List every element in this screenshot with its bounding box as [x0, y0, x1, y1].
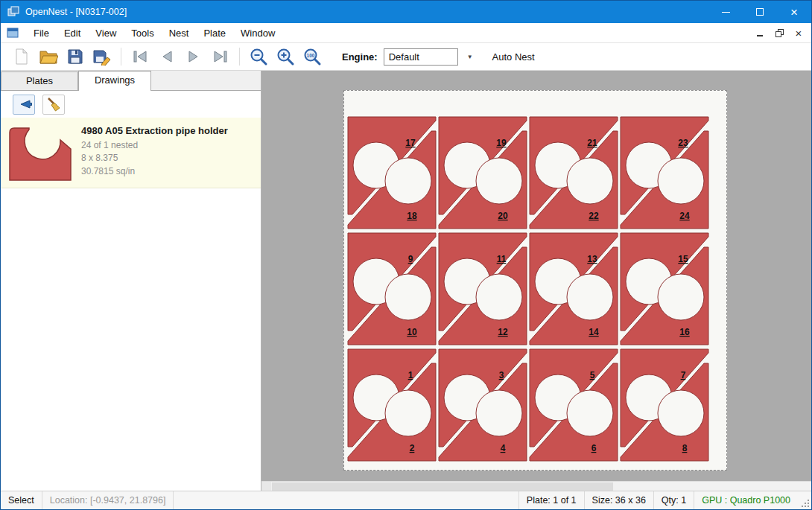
- tab-drawings[interactable]: Drawings: [78, 71, 151, 91]
- plate-svg[interactable]: 171819202122232491011121314151612345678: [344, 91, 726, 470]
- new-file-button[interactable]: [8, 45, 35, 68]
- part-number[interactable]: 10: [407, 327, 417, 337]
- resize-grip-icon: [801, 499, 810, 508]
- zoom-actual-icon: 100: [302, 47, 322, 66]
- part-number[interactable]: 21: [587, 138, 597, 148]
- child-restore-button[interactable]: [770, 25, 789, 41]
- new-document-icon: [13, 48, 30, 66]
- title-bar: OpenNest - [N0317-002] ×: [1, 1, 811, 23]
- part-number[interactable]: 6: [591, 443, 597, 453]
- part-number[interactable]: 4: [501, 443, 506, 453]
- broom-icon: [45, 96, 62, 112]
- toolbar-separator: [239, 48, 240, 66]
- part-number[interactable]: 5: [590, 370, 595, 380]
- status-qty: Qty: 1: [653, 491, 694, 509]
- go-first-button[interactable]: [127, 45, 153, 68]
- menu-tools[interactable]: Tools: [124, 25, 161, 42]
- engine-label: Engine:: [342, 51, 378, 63]
- nest-pair[interactable]: 910: [348, 233, 436, 345]
- menu-nest[interactable]: Nest: [162, 25, 197, 42]
- nest-pair[interactable]: 1718: [348, 117, 436, 229]
- part-number[interactable]: 1: [408, 370, 413, 380]
- drawings-toolbar: [1, 91, 261, 118]
- part-thumbnail: [7, 122, 74, 182]
- go-previous-icon: [158, 48, 176, 66]
- minimize-icon: [722, 12, 730, 13]
- nest-pair[interactable]: 1516: [621, 233, 708, 345]
- part-number[interactable]: 15: [678, 254, 688, 264]
- zoom-out-button[interactable]: [245, 45, 272, 68]
- part-number[interactable]: 7: [681, 370, 686, 380]
- part-number[interactable]: 3: [499, 370, 504, 380]
- child-minimize-icon: [757, 35, 763, 36]
- save-button[interactable]: [62, 45, 89, 68]
- child-close-icon: ×: [796, 28, 802, 39]
- part-number[interactable]: 13: [587, 254, 597, 264]
- nest-pair[interactable]: 78: [621, 349, 708, 461]
- nest-plate[interactable]: 171819202122232491011121314151612345678: [343, 90, 727, 471]
- part-number[interactable]: 24: [679, 211, 690, 221]
- drawing-size: 8 x 8.375: [81, 152, 228, 165]
- nest-pair[interactable]: 1920: [439, 117, 527, 229]
- engine-value: Default: [389, 51, 453, 63]
- menu-edit[interactable]: Edit: [57, 25, 88, 42]
- zoom-actual-button[interactable]: 100: [299, 45, 326, 68]
- scrollbar-thumb[interactable]: [272, 482, 613, 491]
- menu-file[interactable]: File: [26, 25, 57, 42]
- status-mode: Select: [1, 491, 42, 509]
- part-number[interactable]: 17: [405, 138, 416, 148]
- part-number[interactable]: 22: [589, 211, 599, 221]
- go-last-button[interactable]: [207, 45, 234, 68]
- part-number[interactable]: 16: [679, 327, 690, 337]
- nest-pair[interactable]: 34: [439, 349, 527, 461]
- nest-pair[interactable]: 12: [348, 349, 436, 461]
- maximize-button[interactable]: [743, 1, 777, 23]
- save-as-button[interactable]: [89, 45, 115, 68]
- part-number[interactable]: 11: [497, 254, 507, 264]
- part-number[interactable]: 12: [498, 327, 508, 337]
- nest-pair[interactable]: 1112: [439, 233, 527, 345]
- menu-plate[interactable]: Plate: [196, 25, 233, 42]
- clear-drawings-button[interactable]: [42, 95, 65, 115]
- part-number[interactable]: 14: [589, 327, 599, 337]
- pipe-cutout: [658, 274, 704, 320]
- part-number[interactable]: 20: [498, 211, 508, 221]
- drawing-list-item[interactable]: 4980 A05 Extraction pipe holder 24 of 1 …: [1, 118, 261, 188]
- horizontal-scrollbar[interactable]: [261, 481, 811, 491]
- go-previous-button[interactable]: [153, 45, 180, 68]
- auto-nest-button[interactable]: Auto Nest: [486, 48, 541, 66]
- nest-canvas[interactable]: 171819202122232491011121314151612345678: [261, 71, 811, 491]
- status-plate: Plate: 1 of 1: [518, 491, 584, 509]
- part-number[interactable]: 9: [408, 254, 413, 264]
- go-next-button[interactable]: [180, 45, 207, 68]
- import-drawing-button[interactable]: [13, 95, 35, 115]
- nest-pair[interactable]: 56: [530, 349, 618, 461]
- tab-plates[interactable]: Plates: [1, 71, 78, 90]
- scroll-left-button[interactable]: [261, 482, 271, 491]
- menu-window[interactable]: Window: [233, 25, 282, 42]
- child-close-button[interactable]: ×: [789, 25, 808, 41]
- part-number[interactable]: 2: [410, 443, 415, 453]
- part-number[interactable]: 18: [407, 211, 417, 221]
- close-button[interactable]: ×: [777, 1, 811, 23]
- resize-grip[interactable]: [798, 491, 811, 509]
- pipe-cutout: [385, 274, 431, 320]
- tab-strip: Plates Drawings: [1, 71, 261, 91]
- open-file-button[interactable]: [35, 45, 62, 68]
- pipe-cutout: [385, 390, 431, 436]
- zoom-in-button[interactable]: [272, 45, 299, 68]
- part-number[interactable]: 23: [678, 138, 688, 148]
- child-minimize-button[interactable]: [750, 25, 770, 41]
- part-number[interactable]: 19: [496, 138, 507, 148]
- menu-view[interactable]: View: [88, 25, 124, 42]
- part-number[interactable]: 8: [682, 443, 688, 453]
- nest-pair[interactable]: 2122: [530, 117, 618, 229]
- engine-select[interactable]: Default: [384, 48, 458, 66]
- document-icon[interactable]: [7, 28, 19, 38]
- minimize-button[interactable]: [708, 1, 743, 23]
- tab-drawings-label: Drawings: [95, 74, 135, 86]
- nest-pair[interactable]: 1314: [530, 233, 618, 345]
- drawing-nested-count: 24 of 1 nested: [81, 139, 228, 152]
- chevron-down-icon[interactable]: ▼: [467, 54, 473, 60]
- nest-pair[interactable]: 2324: [621, 117, 708, 229]
